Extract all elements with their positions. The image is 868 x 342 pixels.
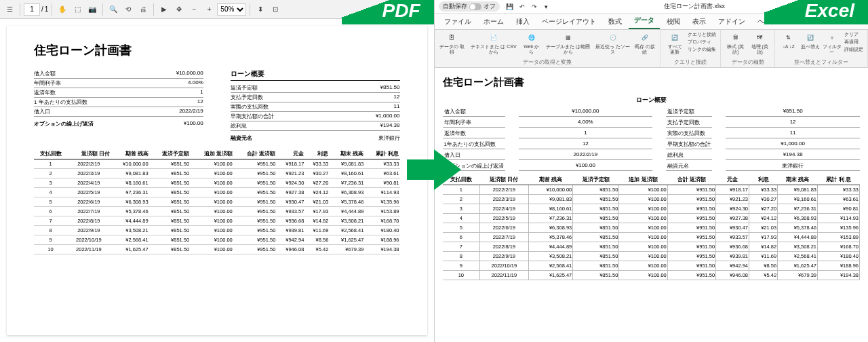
svg-marker-0 [407, 149, 461, 190]
table-row: 32022/4/19¥8,160.61¥851.50¥100.00¥951.50… [34, 178, 400, 188]
select-icon[interactable]: ⬚ [71, 3, 84, 16]
sidebar-toggle-icon[interactable]: ☰ [3, 3, 16, 16]
refresh-all-button[interactable]: 🔄すべて 更新 [665, 31, 685, 54]
recent-sources-button[interactable]: 🕘最近使っ たソース [595, 31, 631, 54]
tab-ページレイアウト[interactable]: ページレイアウト [536, 14, 601, 29]
tab-表示[interactable]: 表示 [687, 14, 711, 29]
arrow-icon [407, 149, 461, 190]
sheet-title: 住宅ローン計画書 [443, 76, 861, 89]
table-row: 22022/3/19¥9,081.83¥851.50¥100.00¥951.50… [34, 169, 400, 178]
sort-az-button[interactable]: ⇅↓A ↓Z [779, 31, 798, 50]
table-row: 32022/4/19¥8,160.61¥851.50¥100.00¥951.50… [443, 204, 860, 214]
print-icon[interactable]: 🖨 [136, 3, 150, 16]
table-row: 52022/6/19¥6,308.93¥851.50¥100.00¥951.50… [443, 223, 860, 233]
tab-ファイル[interactable]: ファイル [439, 14, 477, 29]
fit-page-icon[interactable]: ⊡ [269, 3, 282, 16]
tab-データ[interactable]: データ [629, 13, 660, 29]
save-icon[interactable]: 💾 [505, 2, 515, 12]
tab-校閲[interactable]: 校閲 [661, 14, 686, 29]
switch-icon[interactable] [469, 3, 481, 10]
table-row: 82022/9/19¥3,508.21¥851.50¥100.00¥951.50… [443, 252, 860, 261]
autosave-toggle[interactable]: 自動保存 オフ [439, 1, 500, 12]
pan-icon[interactable]: ✥ [172, 3, 186, 16]
table-row: 92022/10/19¥2,568.41¥851.50¥100.00¥951.5… [34, 235, 400, 245]
tab-挿入[interactable]: 挿入 [511, 14, 535, 29]
from-web-button[interactable]: 🌐Web から [522, 31, 541, 54]
zoom-out-icon[interactable]: − [187, 3, 201, 16]
pointer-icon[interactable]: ▶ [157, 3, 171, 16]
ribbon: 🗄データの 取得 📄テキストまた は CSV から 🌐Web から ▦テーブルま… [435, 30, 869, 68]
tab-数式[interactable]: 数式 [603, 14, 627, 29]
table-row: 62022/7/19¥5,378.46¥851.50¥100.00¥951.50… [34, 207, 400, 216]
undo-icon[interactable]: ↶ [517, 2, 527, 12]
table-row: 72022/8/19¥4,444.89¥851.50¥100.00¥951.50… [443, 242, 860, 252]
table-row: 92022/10/19¥2,568.41¥851.50¥100.00¥951.5… [443, 261, 860, 271]
loan-summary-grid: 借入金額¥10,000.00返済予定額¥851.50年間利子率4.00%支払予定… [443, 107, 861, 171]
excel-schedule-table: 支払回数返済額 日付期首 残高返済予定額追加 返済額合計 返済額元金利息期末 残… [443, 175, 861, 280]
find-icon[interactable]: 🔍 [106, 3, 120, 16]
tab-アドイン[interactable]: アドイン [713, 14, 751, 29]
excel-sheet: 住宅ローン計画書 ローン概要 借入金額¥10,000.00返済予定額¥851.5… [435, 68, 869, 342]
table-row: 72022/8/19¥4,444.89¥851.50¥100.00¥951.50… [34, 216, 400, 226]
fit-width-icon[interactable]: ⬍ [254, 3, 267, 16]
table-row: 102022/11/19¥1,625.47¥851.50¥100.00¥951.… [34, 245, 400, 254]
schedule-table: 支払回数返済額 日付期首 残高返済予定額追加 返済額合計 返済額元金利息期末 残… [34, 149, 400, 254]
table-row: 82022/9/19¥3,508.21¥851.50¥100.00¥951.50… [34, 226, 400, 235]
zoom-in-icon[interactable]: + [202, 3, 216, 16]
table-row: 22022/3/19¥9,081.83¥851.50¥100.00¥951.50… [443, 195, 860, 204]
redo-icon[interactable]: ↷ [530, 2, 539, 12]
excel-badge: Excel [764, 0, 868, 24]
sort-button[interactable]: 🔃並べ替え [801, 31, 820, 50]
pdf-document: 住宅ローン計画書 借入金額¥10,000.00 年間利子率4.00% 返済年数1… [7, 26, 427, 335]
hand-icon[interactable]: ✋ [56, 3, 69, 16]
table-row: 42022/5/19¥7,236.31¥851.50¥100.00¥951.50… [34, 188, 400, 197]
table-row: 12022/2/19¥10,000.00¥851.50¥100.00¥951.5… [34, 159, 400, 169]
filter-button[interactable]: ▿フィルター [823, 31, 842, 54]
from-text-button[interactable]: 📄テキストまた は CSV から [468, 31, 519, 54]
stocks-button[interactable]: 🏛株式 (英語) [725, 31, 746, 54]
qat-more-icon[interactable]: ▾ [542, 2, 551, 12]
table-row: 52022/6/19¥6,308.93¥851.50¥100.00¥951.50… [34, 197, 400, 207]
geography-button[interactable]: 🗺地理 (英語) [749, 31, 770, 54]
table-row: 102022/11/19¥1,625.47¥851.50¥100.00¥951.… [443, 271, 860, 280]
pdf-badge: PDF [342, 0, 434, 24]
overview-title: ローン概要 [231, 69, 400, 81]
page-input[interactable] [24, 3, 40, 16]
snapshot-icon[interactable]: 📷 [85, 3, 99, 16]
page-nav: /1 [24, 3, 48, 16]
table-row: 42022/5/19¥7,236.31¥851.50¥100.00¥951.50… [443, 214, 860, 223]
zoom-select[interactable]: 50% [217, 3, 246, 16]
from-table-button[interactable]: ▦テーブルまた は範囲から [544, 31, 593, 54]
get-data-button[interactable]: 🗄データの 取得 [439, 31, 466, 54]
rotate-icon[interactable]: ⟲ [121, 3, 135, 16]
table-row: 12022/2/19¥10,000.00¥851.50¥100.00¥951.5… [443, 185, 860, 195]
existing-conn-button[interactable]: 🔗既存 の接続 [633, 31, 656, 54]
table-row: 62022/7/19¥5,378.46¥851.50¥100.00¥951.50… [443, 233, 860, 242]
doc-title: 住宅ローン計画書 [34, 42, 400, 58]
tab-ホーム[interactable]: ホーム [478, 14, 509, 29]
